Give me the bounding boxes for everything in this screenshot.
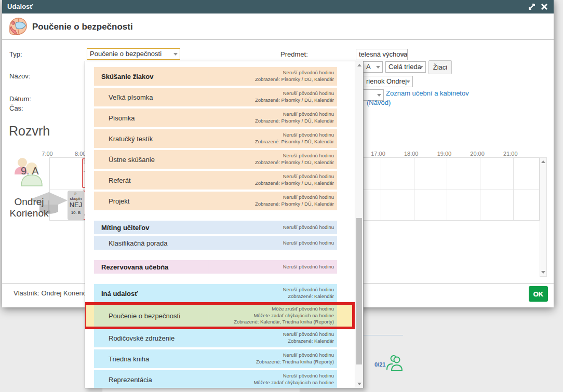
event-type-dropdown: Skúšanie žiakovNeruší pôvodnú hodinuZobr… — [85, 61, 364, 388]
option-notes: Neruší pôvodnú hodinuZobrazené: Písomky … — [208, 171, 337, 190]
option-note-line: Neruší pôvodnú hodinu — [283, 111, 334, 118]
option-notes: Neruší pôvodnú hodinuZobrazené: Písomky … — [208, 129, 337, 148]
option-note-line: Zobrazené: Písomky / DÚ, Kalendár — [255, 159, 334, 166]
hour-label: 20:00 — [466, 151, 489, 157]
option-label: Veľká písomka — [94, 88, 208, 106]
option-notes: Neruší pôvodnú hodinu — [208, 221, 337, 234]
option-notes: Neruší pôvodnú hodinuZobrazené: Písomky … — [208, 88, 337, 106]
dropdown-option-ústne-skúšanie[interactable]: Ústne skúšanieNeruší pôvodnú hodinuZobra… — [85, 150, 355, 169]
option-note-line: Zobrazené: Písomky / DÚ, Kalendár — [255, 180, 334, 187]
option-label: Písomka — [94, 109, 208, 127]
option-note-line: Neruší pôvodnú hodinu — [283, 224, 334, 231]
option-notes: Neruší pôvodnú hodinuZobrazené: Písomky … — [208, 67, 337, 86]
timetable-scrollbar[interactable] — [540, 157, 547, 277]
option-notes: Neruší pôvodnú hodinuZobrazené: Písomky … — [208, 109, 337, 127]
owner-text: Vlastník: Ondrej Korienok, — [14, 289, 92, 297]
option-notes: Môže zrušiť pôvodnú hodinuMôžete zadať c… — [208, 305, 337, 327]
hour-label: 21:00 — [499, 151, 522, 157]
option-note-line: Zobrazené: Písomky / DÚ, Kalendár — [255, 201, 334, 208]
scrollbar-thumb[interactable] — [356, 218, 362, 364]
dropdown-option-iná-udalosť[interactable]: Iná udalosťNeruší pôvodnú hodinuZobrazen… — [85, 284, 355, 303]
option-note-line: Môžete zadať chýbajúcich na hodine — [253, 380, 334, 386]
dropdown-option-reprezentácia[interactable]: ReprezentáciaNeruší pôvodnú hodinuMôžete… — [85, 370, 355, 388]
option-note-line: Zobrazené: Triedna kniha (Reporty) — [256, 359, 334, 366]
scroll-up-icon[interactable] — [541, 160, 545, 163]
dropdown-option-skúšanie-žiakov[interactable]: Skúšanie žiakovNeruší pôvodnú hodinuZobr… — [85, 67, 355, 86]
close-icon[interactable] — [540, 3, 548, 11]
dropdown-option-veľká-písomka[interactable]: Veľká písomkaNeruší pôvodnú hodinuZobraz… — [85, 88, 355, 106]
grid-hour-line — [447, 158, 447, 220]
option-note-line: Neruší pôvodnú hodinu — [283, 331, 334, 338]
scroll-down-icon[interactable] — [357, 383, 361, 385]
dropdown-group-gap — [85, 276, 355, 284]
option-note-line: Zobrazené: Písomky / DÚ, Kalendár — [255, 118, 334, 125]
dropdown-option-referát[interactable]: ReferátNeruší pôvodnú hodinuZobrazené: P… — [85, 171, 355, 190]
dropdown-option-písomka[interactable]: PísomkaNeruší pôvodnú hodinuZobrazené: P… — [85, 109, 355, 127]
chevron-down-icon — [406, 80, 410, 83]
option-note-line: Zobrazené: Kalendár — [288, 338, 334, 345]
teacher-select[interactable]: rienok Ondrej — [363, 76, 413, 87]
dropdown-option-kratučký-testík[interactable]: Kratučký testíkNeruší pôvodnú hodinuZobr… — [85, 129, 355, 148]
group-select[interactable]: Celá trieda — [385, 61, 426, 73]
cas-label: Čas: — [9, 104, 23, 112]
option-note-line: Neruší pôvodnú hodinu — [283, 132, 334, 139]
timetable-heading: Rozvrh — [9, 124, 50, 139]
option-note-line: Neruší pôvodnú hodinu — [283, 352, 334, 359]
timetable-event[interactable]: 2. skupin NEJ 10. B — [68, 191, 84, 220]
option-label: Reprezentácia — [94, 370, 208, 388]
header-divider — [2, 39, 554, 39]
option-label: Míting učiteľov — [94, 221, 208, 234]
dropdown-option-poučenie-o-bezpečnosti[interactable]: Poučenie o bezpečnostiMôže zrušiť pôvodn… — [85, 305, 355, 327]
option-label: Projekt — [94, 192, 208, 210]
grid-hour-line — [480, 158, 480, 220]
option-note-line: Neruší pôvodnú hodinu — [283, 373, 334, 380]
option-note-line: Zobrazené: Písomky / DÚ, Kalendár — [255, 76, 334, 83]
safety-helmet-icon — [8, 17, 28, 36]
typ-label: Typ: — [9, 50, 22, 58]
option-notes: Neruší pôvodnú hodinu — [208, 236, 337, 250]
hour-label: 17:00 — [367, 151, 390, 157]
option-notes: Neruší pôvodnú hodinuMôžete zadať chýbaj… — [208, 370, 337, 388]
hour-label: 19:00 — [433, 151, 455, 157]
option-notes: Neruší pôvodnú hodinuZobrazené: Písomky … — [208, 150, 337, 169]
dropdown-group-gap — [85, 212, 355, 221]
dropdown-scrollbar[interactable] — [355, 61, 363, 388]
scroll-down-icon[interactable] — [541, 271, 545, 274]
rooms-list-link[interactable]: Zoznam učební a kabinetov — [386, 89, 469, 97]
option-note-line: Zobrazené: Písomky / DÚ, Kalendár — [255, 97, 334, 104]
predmet-label: Predmet: — [280, 50, 308, 58]
ok-button[interactable]: OK — [529, 286, 548, 302]
dropdown-group-gap — [85, 252, 355, 260]
dropdown-option-projekt[interactable]: ProjektNeruší pôvodnú hodinuZobrazené: P… — [85, 192, 355, 210]
datum-label: Dátum: — [9, 95, 31, 103]
maximize-icon[interactable] — [528, 3, 536, 11]
option-label: Kratučký testík — [94, 129, 208, 148]
option-note-line: Neruší pôvodnú hodinu — [283, 90, 334, 97]
dropdown-option-míting-učiteľov[interactable]: Míting učiteľovNeruší pôvodnú hodinu — [85, 221, 355, 234]
hour-label: 7:00 — [36, 151, 59, 157]
option-notes: Neruší pôvodnú hodinuZobrazené: Kalendár — [208, 329, 337, 347]
class-name: 9. A — [21, 165, 38, 177]
option-label: Referát — [94, 171, 208, 190]
class-select[interactable]: A — [363, 61, 383, 73]
scroll-up-icon[interactable] — [357, 64, 361, 66]
dropdown-option-rodičovské-združenie[interactable]: Rodičovské združenieNeruší pôvodnú hodin… — [85, 329, 355, 347]
dropdown-option-rezervovaná-učebňa[interactable]: Rezervovaná učebňaNeruší pôvodnú hodinu — [85, 260, 355, 274]
option-note-line: Zobrazené: Písomky / DÚ, Kalendár — [255, 139, 334, 145]
option-note-line: Neruší pôvodnú hodinu — [283, 70, 334, 76]
dropdown-option-klasifikačná-porada[interactable]: Klasifikačná poradaNeruší pôvodnú hodinu — [85, 236, 355, 250]
option-note-line: Neruší pôvodnú hodinu — [283, 264, 334, 271]
teacher-name: Ondrej Korienok — [2, 196, 56, 220]
grid-hour-line — [414, 158, 414, 220]
dropdown-options: Skúšanie žiakovNeruší pôvodnú hodinuZobr… — [85, 61, 355, 388]
dropdown-option-triedna-kniha[interactable]: Triedna knihaNeruší pôvodnú hodinuZobraz… — [85, 349, 355, 368]
students-button[interactable]: Žiaci — [428, 60, 452, 74]
manual-link[interactable]: (Návod) — [367, 99, 391, 106]
event-title: Poučenie o bezpečnosti — [32, 22, 133, 32]
option-label: Iná udalosť — [94, 284, 208, 303]
chevron-down-icon — [377, 94, 381, 97]
option-note-line: Neruší pôvodnú hodinu — [283, 194, 334, 201]
event-type-select[interactable]: Poučenie o bezpečnosti — [87, 48, 180, 60]
subject-select[interactable]: telesná výchova — [356, 49, 408, 60]
option-note-line: Zobrazené: Kalendár — [288, 293, 334, 300]
